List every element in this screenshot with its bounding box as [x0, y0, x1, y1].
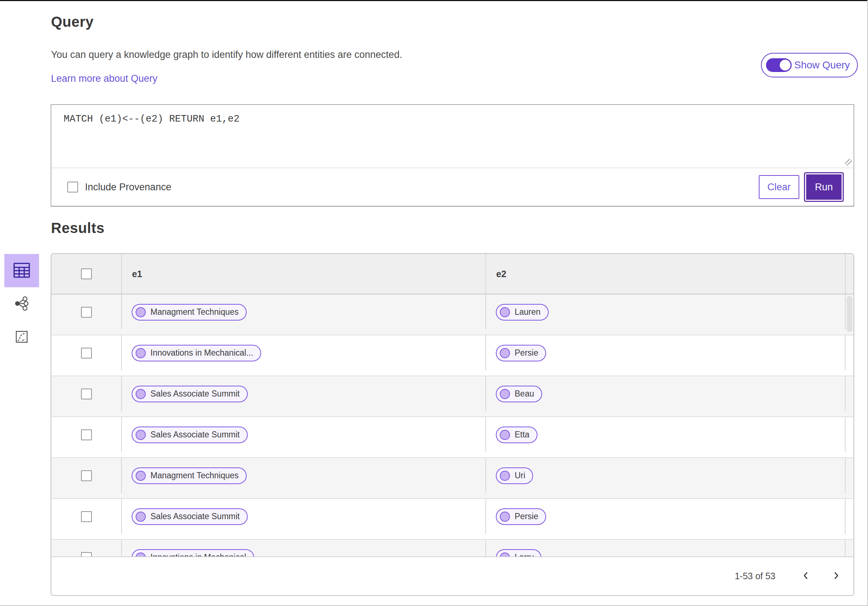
- select-all-checkbox[interactable]: [81, 269, 92, 279]
- results-table: e1 e2 Managment Techniques Lauren Innova…: [51, 253, 854, 596]
- entity-node-icon: [136, 389, 146, 399]
- include-provenance-checkbox[interactable]: [67, 182, 78, 193]
- query-input[interactable]: MATCH (e1)<--(e2) RETURN e1,e2: [51, 105, 854, 168]
- entity-label: Sales Associate Summit: [150, 511, 240, 521]
- page-description: You can query a knowledge graph to ident…: [51, 49, 402, 61]
- entity-node-icon: [136, 307, 146, 317]
- chevron-right-icon: [831, 570, 841, 582]
- query-actions: Clear Run: [759, 173, 845, 201]
- table-view-button[interactable]: [4, 254, 39, 287]
- pagination-range-label: 1-53 of 53: [735, 571, 775, 581]
- entity-pill[interactable]: Innovations in Mechanical...: [132, 345, 261, 361]
- entity-label: Uri: [515, 471, 525, 480]
- entity-pill[interactable]: Sales Associate Summit: [132, 386, 248, 402]
- include-provenance-label: Include Provenance: [85, 182, 171, 193]
- previous-page-button[interactable]: [796, 566, 816, 586]
- toggle-knob: [779, 59, 792, 71]
- entity-label: Beau: [515, 389, 534, 399]
- table-view-icon: [13, 263, 30, 279]
- entity-node-icon: [500, 389, 510, 399]
- graph-view-button[interactable]: [4, 287, 39, 320]
- table-row: Managment Techniques Uri: [51, 458, 854, 499]
- top-border: [0, 0, 867, 1]
- entity-node-icon: [500, 348, 510, 358]
- learn-more-link[interactable]: Learn more about Query: [51, 73, 157, 84]
- run-button[interactable]: Run: [805, 173, 843, 201]
- chevron-left-icon: [801, 570, 811, 582]
- entity-pill[interactable]: Persie: [496, 345, 546, 361]
- query-input-area: MATCH (e1)<--(e2) RETURN e1,e2: [51, 105, 854, 168]
- network-graph-icon: [14, 296, 29, 312]
- chart-curve-icon: [15, 330, 28, 345]
- results-title: Results: [51, 220, 104, 236]
- row-checkbox[interactable]: [81, 470, 92, 481]
- entity-pill[interactable]: Lauren: [496, 304, 549, 320]
- entity-label: Innovations in Mechanical...: [150, 348, 253, 358]
- entity-label: Sales Associate Summit: [150, 430, 240, 440]
- column-header-e1: e1: [122, 254, 486, 294]
- entity-node-icon: [136, 471, 146, 481]
- row-checkbox[interactable]: [81, 307, 92, 318]
- table-header-row: e1 e2: [51, 254, 854, 295]
- scrollbar-gutter: [846, 254, 854, 294]
- pagination-bar: 1-53 of 53: [51, 556, 854, 595]
- entity-pill[interactable]: Managment Techniques: [132, 304, 246, 320]
- entity-label: Etta: [515, 430, 530, 440]
- resize-handle-icon[interactable]: [845, 159, 852, 166]
- entity-label: Managment Techniques: [150, 471, 239, 480]
- table-row: Managment Techniques Lauren: [51, 295, 854, 336]
- table-row: Sales Associate Summit Beau: [51, 376, 854, 417]
- expand-chart-view-button[interactable]: [4, 320, 39, 354]
- entity-node-icon: [136, 348, 146, 358]
- entity-node-icon: [500, 471, 510, 481]
- entity-node-icon: [500, 511, 510, 522]
- entity-node-icon: [136, 511, 146, 522]
- row-checkbox[interactable]: [81, 348, 92, 359]
- table-row: Sales Associate Summit Etta: [51, 417, 854, 458]
- results-view-switcher: [4, 254, 39, 354]
- row-checkbox[interactable]: [81, 511, 92, 522]
- table-row: Sales Associate Summit Persie: [51, 499, 854, 540]
- entity-label: Managment Techniques: [150, 307, 239, 317]
- query-editor-card: MATCH (e1)<--(e2) RETURN e1,e2 Include P…: [51, 104, 854, 207]
- column-header-e2: e2: [486, 254, 846, 294]
- knowledge-graph-query-page: Query You can query a knowledge graph to…: [0, 0, 868, 606]
- entity-pill[interactable]: Etta: [496, 427, 538, 443]
- entity-node-icon: [136, 430, 146, 440]
- entity-pill[interactable]: Beau: [496, 386, 542, 402]
- table-body: Managment Techniques Lauren Innovations …: [51, 295, 854, 581]
- entity-pill[interactable]: Uri: [496, 468, 533, 484]
- entity-node-icon: [500, 307, 510, 317]
- row-checkbox[interactable]: [81, 388, 92, 399]
- vertical-scrollbar-thumb[interactable]: [847, 296, 852, 332]
- page-title: Query: [51, 14, 94, 30]
- entity-pill[interactable]: Persie: [496, 508, 546, 525]
- entity-pill[interactable]: Managment Techniques: [132, 468, 246, 484]
- query-editor-footer: Include Provenance Clear Run: [51, 168, 854, 206]
- table-row: Innovations in Mechanical... Persie: [51, 336, 854, 376]
- show-query-label: Show Query: [794, 59, 850, 71]
- entity-pill[interactable]: Sales Associate Summit: [132, 508, 248, 525]
- toggle-on-icon: [766, 58, 791, 72]
- entity-label: Sales Associate Summit: [150, 389, 240, 399]
- include-provenance[interactable]: Include Provenance: [67, 182, 171, 193]
- entity-pill[interactable]: Sales Associate Summit: [132, 427, 248, 443]
- entity-label: Persie: [515, 511, 538, 521]
- row-checkbox[interactable]: [81, 429, 92, 440]
- entity-label: Persie: [515, 348, 538, 358]
- next-page-button[interactable]: [826, 566, 846, 586]
- clear-button[interactable]: Clear: [759, 175, 799, 199]
- show-query-toggle[interactable]: Show Query: [761, 53, 858, 78]
- entity-label: Lauren: [515, 307, 541, 317]
- entity-node-icon: [500, 430, 510, 440]
